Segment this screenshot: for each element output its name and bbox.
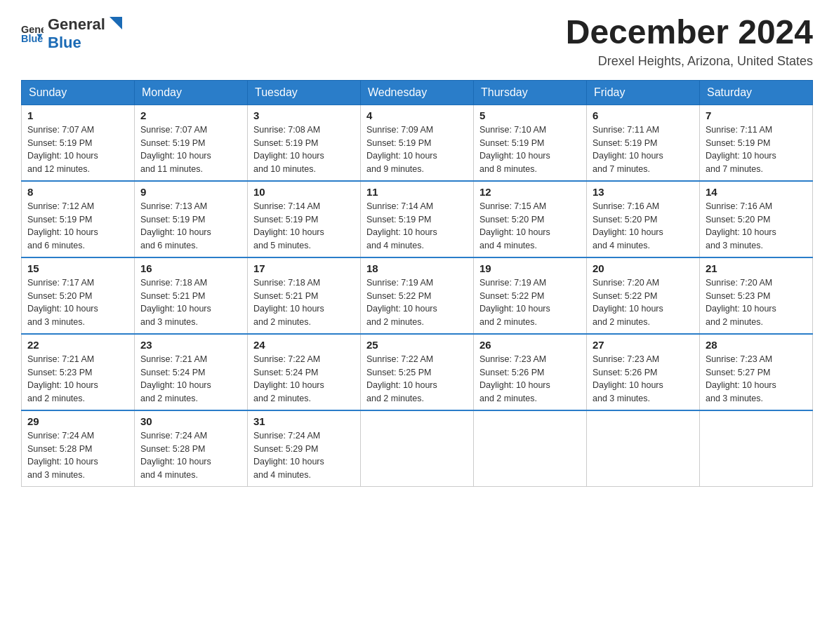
day-number: 15 xyxy=(27,262,128,274)
day-number: 2 xyxy=(140,109,241,121)
title-area: December 2024 Drexel Heights, Arizona, U… xyxy=(566,14,813,69)
day-info: Sunrise: 7:19 AMSunset: 5:22 PMDaylight:… xyxy=(479,276,581,329)
calendar-week-4: 22Sunrise: 7:21 AMSunset: 5:23 PMDayligh… xyxy=(22,334,813,410)
svg-marker-3 xyxy=(110,17,122,29)
calendar-day-cell: 17Sunrise: 7:18 AMSunset: 5:21 PMDayligh… xyxy=(248,257,361,334)
calendar-day-cell: 21Sunrise: 7:20 AMSunset: 5:23 PMDayligh… xyxy=(700,257,813,334)
calendar-week-5: 29Sunrise: 7:24 AMSunset: 5:28 PMDayligh… xyxy=(22,410,813,487)
day-number: 6 xyxy=(593,109,694,121)
logo: General Blue General Blue xyxy=(21,14,124,52)
day-number: 13 xyxy=(593,186,694,198)
day-info: Sunrise: 7:18 AMSunset: 5:21 PMDaylight:… xyxy=(253,276,355,329)
calendar-day-cell xyxy=(474,410,587,487)
calendar-day-cell: 24Sunrise: 7:22 AMSunset: 5:24 PMDayligh… xyxy=(248,334,361,410)
calendar-day-cell: 5Sunrise: 7:10 AMSunset: 5:19 PMDaylight… xyxy=(474,105,587,181)
calendar-day-cell xyxy=(361,410,474,487)
day-info: Sunrise: 7:21 AMSunset: 5:24 PMDaylight:… xyxy=(140,353,241,405)
day-number: 7 xyxy=(706,109,807,121)
day-number: 20 xyxy=(593,262,694,274)
day-info: Sunrise: 7:24 AMSunset: 5:28 PMDaylight:… xyxy=(140,429,241,482)
day-number: 14 xyxy=(706,186,807,198)
calendar-day-cell: 15Sunrise: 7:17 AMSunset: 5:20 PMDayligh… xyxy=(22,257,135,334)
day-number: 5 xyxy=(479,109,581,121)
calendar-day-cell: 19Sunrise: 7:19 AMSunset: 5:22 PMDayligh… xyxy=(474,257,587,334)
day-number: 21 xyxy=(706,262,807,274)
day-info: Sunrise: 7:15 AMSunset: 5:20 PMDaylight:… xyxy=(479,200,581,253)
weekday-header-wednesday: Wednesday xyxy=(361,80,474,105)
calendar-day-cell: 31Sunrise: 7:24 AMSunset: 5:29 PMDayligh… xyxy=(248,410,361,487)
calendar-day-cell: 12Sunrise: 7:15 AMSunset: 5:20 PMDayligh… xyxy=(474,181,587,257)
day-number: 27 xyxy=(593,339,694,351)
calendar-day-cell: 6Sunrise: 7:11 AMSunset: 5:19 PMDaylight… xyxy=(587,105,700,181)
calendar-day-cell: 28Sunrise: 7:23 AMSunset: 5:27 PMDayligh… xyxy=(700,334,813,410)
day-info: Sunrise: 7:11 AMSunset: 5:19 PMDaylight:… xyxy=(706,123,807,176)
calendar-day-cell: 3Sunrise: 7:08 AMSunset: 5:19 PMDaylight… xyxy=(248,105,361,181)
svg-text:Blue: Blue xyxy=(21,33,43,44)
day-number: 29 xyxy=(27,415,128,427)
calendar-day-cell: 13Sunrise: 7:16 AMSunset: 5:20 PMDayligh… xyxy=(587,181,700,257)
weekday-header-saturday: Saturday xyxy=(700,80,813,105)
day-info: Sunrise: 7:08 AMSunset: 5:19 PMDaylight:… xyxy=(253,123,355,176)
calendar-week-1: 1Sunrise: 7:07 AMSunset: 5:19 PMDaylight… xyxy=(22,105,813,181)
calendar-day-cell: 20Sunrise: 7:20 AMSunset: 5:22 PMDayligh… xyxy=(587,257,700,334)
day-info: Sunrise: 7:20 AMSunset: 5:22 PMDaylight:… xyxy=(593,276,694,329)
day-info: Sunrise: 7:24 AMSunset: 5:29 PMDaylight:… xyxy=(253,429,355,482)
day-info: Sunrise: 7:24 AMSunset: 5:28 PMDaylight:… xyxy=(27,429,128,482)
day-info: Sunrise: 7:12 AMSunset: 5:19 PMDaylight:… xyxy=(27,200,128,253)
calendar-day-cell: 27Sunrise: 7:23 AMSunset: 5:26 PMDayligh… xyxy=(587,334,700,410)
day-number: 11 xyxy=(366,186,468,198)
weekday-header-friday: Friday xyxy=(587,80,700,105)
calendar-day-cell: 1Sunrise: 7:07 AMSunset: 5:19 PMDaylight… xyxy=(22,105,135,181)
day-number: 10 xyxy=(253,186,355,198)
location-subtitle: Drexel Heights, Arizona, United States xyxy=(566,54,813,69)
day-info: Sunrise: 7:07 AMSunset: 5:19 PMDaylight:… xyxy=(27,123,128,176)
weekday-header-sunday: Sunday xyxy=(22,80,135,105)
day-info: Sunrise: 7:22 AMSunset: 5:25 PMDaylight:… xyxy=(366,353,468,405)
calendar-day-cell: 7Sunrise: 7:11 AMSunset: 5:19 PMDaylight… xyxy=(700,105,813,181)
day-info: Sunrise: 7:23 AMSunset: 5:27 PMDaylight:… xyxy=(706,353,807,405)
day-number: 4 xyxy=(366,109,468,121)
day-number: 30 xyxy=(140,415,241,427)
day-info: Sunrise: 7:21 AMSunset: 5:23 PMDaylight:… xyxy=(27,353,128,405)
day-number: 16 xyxy=(140,262,241,274)
calendar-day-cell xyxy=(700,410,813,487)
day-number: 18 xyxy=(366,262,468,274)
day-number: 23 xyxy=(140,339,241,351)
day-number: 22 xyxy=(27,339,128,351)
day-number: 25 xyxy=(366,339,468,351)
day-number: 28 xyxy=(706,339,807,351)
weekday-header-row: SundayMondayTuesdayWednesdayThursdayFrid… xyxy=(22,80,813,105)
day-info: Sunrise: 7:23 AMSunset: 5:26 PMDaylight:… xyxy=(479,353,581,405)
day-info: Sunrise: 7:16 AMSunset: 5:20 PMDaylight:… xyxy=(706,200,807,253)
calendar-day-cell: 22Sunrise: 7:21 AMSunset: 5:23 PMDayligh… xyxy=(22,334,135,410)
day-number: 26 xyxy=(479,339,581,351)
calendar-day-cell: 30Sunrise: 7:24 AMSunset: 5:28 PMDayligh… xyxy=(135,410,248,487)
day-info: Sunrise: 7:07 AMSunset: 5:19 PMDaylight:… xyxy=(140,123,241,176)
day-info: Sunrise: 7:13 AMSunset: 5:19 PMDaylight:… xyxy=(140,200,241,253)
calendar-week-3: 15Sunrise: 7:17 AMSunset: 5:20 PMDayligh… xyxy=(22,257,813,334)
calendar-day-cell: 2Sunrise: 7:07 AMSunset: 5:19 PMDaylight… xyxy=(135,105,248,181)
day-info: Sunrise: 7:17 AMSunset: 5:20 PMDaylight:… xyxy=(27,276,128,329)
day-number: 8 xyxy=(27,186,128,198)
day-info: Sunrise: 7:23 AMSunset: 5:26 PMDaylight:… xyxy=(593,353,694,405)
logo-icon: General Blue xyxy=(21,22,44,44)
calendar-week-2: 8Sunrise: 7:12 AMSunset: 5:19 PMDaylight… xyxy=(22,181,813,257)
weekday-header-tuesday: Tuesday xyxy=(248,80,361,105)
month-title: December 2024 xyxy=(566,14,813,51)
day-number: 3 xyxy=(253,109,355,121)
calendar-day-cell: 26Sunrise: 7:23 AMSunset: 5:26 PMDayligh… xyxy=(474,334,587,410)
day-info: Sunrise: 7:16 AMSunset: 5:20 PMDaylight:… xyxy=(593,200,694,253)
calendar-day-cell: 23Sunrise: 7:21 AMSunset: 5:24 PMDayligh… xyxy=(135,334,248,410)
day-info: Sunrise: 7:20 AMSunset: 5:23 PMDaylight:… xyxy=(706,276,807,329)
day-info: Sunrise: 7:11 AMSunset: 5:19 PMDaylight:… xyxy=(593,123,694,176)
calendar-day-cell: 14Sunrise: 7:16 AMSunset: 5:20 PMDayligh… xyxy=(700,181,813,257)
day-info: Sunrise: 7:22 AMSunset: 5:24 PMDaylight:… xyxy=(253,353,355,405)
logo-general-text: General xyxy=(48,15,105,34)
day-number: 9 xyxy=(140,186,241,198)
day-number: 17 xyxy=(253,262,355,274)
calendar-day-cell: 9Sunrise: 7:13 AMSunset: 5:19 PMDaylight… xyxy=(135,181,248,257)
day-info: Sunrise: 7:09 AMSunset: 5:19 PMDaylight:… xyxy=(366,123,468,176)
day-number: 1 xyxy=(27,109,128,121)
calendar-day-cell: 10Sunrise: 7:14 AMSunset: 5:19 PMDayligh… xyxy=(248,181,361,257)
day-number: 19 xyxy=(479,262,581,274)
